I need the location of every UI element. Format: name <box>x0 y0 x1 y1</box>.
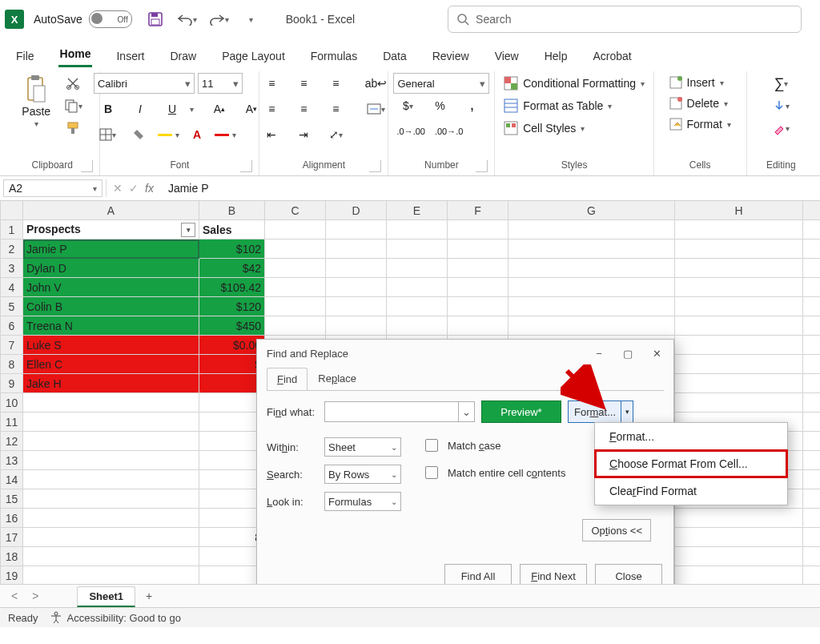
find-tab[interactable]: Find <box>267 368 308 391</box>
formula-input[interactable]: Jamie P <box>160 182 820 195</box>
menu-choose-format-from-cell[interactable]: Choose Format From Cell... <box>595 450 787 477</box>
replace-tab[interactable]: Replace <box>308 367 367 390</box>
redo-button[interactable]: ▾ <box>206 6 233 33</box>
alignment-launcher[interactable] <box>369 160 381 172</box>
increase-font-button[interactable]: A▴ <box>205 99 234 119</box>
tab-insert[interactable]: Insert <box>115 45 146 67</box>
match-entire-checkbox[interactable]: Match entire cell contents <box>425 466 565 479</box>
tab-review[interactable]: Review <box>431 45 471 67</box>
align-middle[interactable]: ≡ <box>289 73 318 94</box>
fill-color-button[interactable] <box>126 124 155 145</box>
cancel-icon[interactable]: ✕ <box>113 182 123 195</box>
grid-row[interactable]: 6Treena N$450 <box>1 316 821 336</box>
font-color-button[interactable]: A <box>183 124 211 145</box>
merge-center[interactable]: ▾ <box>361 99 390 119</box>
increase-indent[interactable]: ⇥ <box>289 124 318 145</box>
close-icon[interactable]: ✕ <box>643 343 670 364</box>
close-button[interactable]: Close <box>595 564 662 584</box>
decrease-indent[interactable]: ⇤ <box>257 124 286 145</box>
search-combo[interactable]: By Rows⌄ <box>324 465 401 484</box>
menu-clear-find-format[interactable]: Clear Find Format <box>595 477 787 505</box>
align-bottom[interactable]: ≡ <box>321 73 350 94</box>
fx-icon[interactable]: fx <box>145 182 154 195</box>
format-split-arrow[interactable]: ▾ <box>621 401 633 422</box>
tab-draw[interactable]: Draw <box>168 45 198 67</box>
options-button[interactable]: Options << <box>582 519 651 541</box>
delete-cells[interactable]: Delete▾ <box>666 95 731 111</box>
format-painter-button[interactable] <box>58 118 87 139</box>
find-what-input[interactable]: ⌄ <box>324 401 475 422</box>
increase-decimal[interactable]: .0→.00 <box>393 121 428 142</box>
conditional-formatting[interactable]: Conditional Formatting▾ <box>500 74 648 92</box>
cell-styles[interactable]: Cell Styles▾ <box>500 119 588 137</box>
percent-format[interactable]: % <box>425 95 454 116</box>
maximize-icon[interactable]: ▢ <box>614 343 641 364</box>
menu-format[interactable]: Format... <box>595 423 787 450</box>
italic-button[interactable]: I <box>126 99 155 119</box>
grid-row[interactable]: 5Colin B$120 <box>1 297 821 316</box>
cut-button[interactable] <box>58 73 87 94</box>
comma-format[interactable]: , <box>457 95 486 116</box>
format-as-table[interactable]: Format as Table▾ <box>500 97 615 115</box>
number-launcher[interactable] <box>476 160 488 172</box>
search-box[interactable]: Search <box>448 6 802 33</box>
save-button[interactable] <box>142 6 169 33</box>
orientation[interactable]: ⤢▾ <box>321 124 350 145</box>
clipboard-launcher[interactable] <box>81 160 93 172</box>
fill-menu[interactable]: ▾ <box>766 95 795 116</box>
grid-row[interactable]: 4John V$109.42 <box>1 278 821 297</box>
format-button[interactable]: Format... ▾ <box>568 400 633 423</box>
wrap-text[interactable]: ab↩ <box>361 73 390 94</box>
autosum[interactable]: ∑▾ <box>766 73 795 94</box>
find-next-button[interactable]: Find Next <box>520 564 587 584</box>
number-format-combo[interactable]: General▾ <box>393 73 489 94</box>
tab-data[interactable]: Data <box>381 45 408 67</box>
font-launcher[interactable] <box>240 160 252 172</box>
add-sheet-button[interactable]: + <box>140 587 158 605</box>
minimize-icon[interactable]: − <box>585 343 613 364</box>
dialog-title[interactable]: Find and Replace − ▢ ✕ <box>257 340 673 367</box>
align-center[interactable]: ≡ <box>289 99 318 119</box>
tab-file[interactable]: File <box>14 45 36 67</box>
format-cells[interactable]: Format▾ <box>666 116 734 132</box>
worksheet-grid[interactable]: ABC DEF GHI 1Prospects▾Sales2Jamie P$102… <box>0 201 820 584</box>
qat-customize[interactable]: ▾ <box>238 6 265 33</box>
within-combo[interactable]: Sheet⌄ <box>324 437 401 457</box>
grid-row[interactable]: 3Dylan D$42 <box>1 259 821 278</box>
insert-cells[interactable]: Insert▾ <box>666 74 727 91</box>
clear-menu[interactable]: ▾ <box>766 118 795 139</box>
tab-home[interactable]: Home <box>58 42 93 67</box>
column-headers[interactable]: ABC DEF GHI <box>1 201 821 220</box>
align-top[interactable]: ≡ <box>257 73 286 94</box>
match-case-checkbox[interactable]: Match case <box>425 439 565 452</box>
tab-view[interactable]: View <box>493 45 521 67</box>
grid-row[interactable]: 1Prospects▾Sales <box>1 220 821 239</box>
align-left[interactable]: ≡ <box>257 99 286 119</box>
autosave-toggle[interactable]: Off <box>89 10 132 28</box>
tab-help[interactable]: Help <box>543 45 569 67</box>
lookin-combo[interactable]: Formulas⌄ <box>324 492 401 511</box>
sheet-nav-next[interactable]: > <box>27 588 43 604</box>
find-all-button[interactable]: Find All <box>444 564 512 584</box>
font-name-combo[interactable]: Calibri▾ <box>94 73 195 94</box>
grid-row[interactable]: 2Jamie P$102 <box>1 239 821 259</box>
filter-icon[interactable]: ▾ <box>181 223 195 237</box>
accessibility-status[interactable]: Accessibility: Good to go <box>50 611 181 624</box>
paste-button[interactable]: Paste ▾ <box>17 73 55 130</box>
enter-icon[interactable]: ✓ <box>129 182 139 195</box>
tab-acrobat[interactable]: Acrobat <box>592 45 633 67</box>
decrease-decimal[interactable]: .00→.0 <box>432 121 466 142</box>
font-size-combo[interactable]: 11▾ <box>198 73 243 94</box>
copy-button[interactable]: ▾ <box>58 95 87 116</box>
accounting-format[interactable]: $▾ <box>393 95 422 116</box>
autosave[interactable]: AutoSave Off <box>34 10 132 28</box>
tab-page-layout[interactable]: Page Layout <box>220 45 287 67</box>
undo-button[interactable]: ▾ <box>174 6 201 33</box>
sheet-nav-prev[interactable]: < <box>6 588 22 604</box>
underline-button[interactable]: U <box>158 99 187 119</box>
borders-button[interactable]: ▾ <box>94 124 123 145</box>
sheet-tab-sheet1[interactable]: Sheet1 <box>77 586 135 607</box>
tab-formulas[interactable]: Formulas <box>309 45 359 67</box>
bold-button[interactable]: B <box>94 99 123 119</box>
name-box[interactable]: A2▾ <box>3 179 102 197</box>
